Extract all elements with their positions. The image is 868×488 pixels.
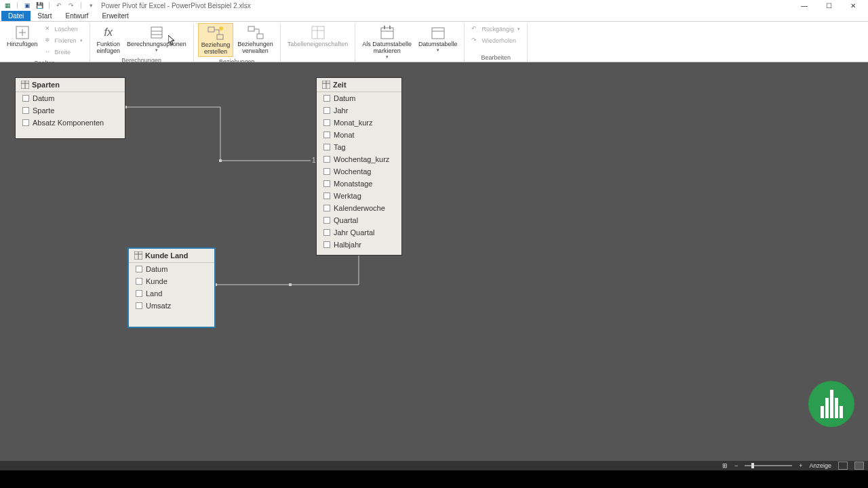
rueckgaengig-button[interactable]: ↶Rückgängig▾ <box>469 24 523 35</box>
datumstabelle-button[interactable]: Datumstabelle ▾ <box>416 23 460 54</box>
field-icon <box>323 168 330 175</box>
watermark-logo <box>808 381 854 427</box>
ribbon-tabs: Datei Start Entwurf Erweitert <box>0 11 868 22</box>
table-sparten[interactable]: Sparten Datum Sparte Absatz Komponenten <box>15 77 125 139</box>
field-icon <box>323 107 330 114</box>
minimize-button[interactable]: — <box>792 0 816 11</box>
field-zeit-9[interactable]: Kalenderwoche <box>317 202 401 214</box>
field-icon <box>22 107 29 114</box>
qat-customize-icon[interactable]: ▾ <box>86 1 96 10</box>
ribbon-group-berechnungen: fx Funktion einfügen Berechnungsoptionen… <box>90 23 194 62</box>
delete-icon: ✕ <box>45 25 53 33</box>
field-kunde-1[interactable]: Kunde <box>129 275 214 287</box>
table-kunde-land[interactable]: Kunde Land Datum Kunde Land Umsatz <box>127 247 216 328</box>
field-icon <box>136 278 142 285</box>
create-relationship-icon <box>206 25 225 41</box>
field-zeit-1[interactable]: Jahr <box>317 104 401 117</box>
field-kunde-3[interactable]: Umsatz <box>129 300 214 312</box>
manage-relationships-icon <box>246 24 265 41</box>
field-zeit-4[interactable]: Tag <box>317 141 401 153</box>
field-zeit-0[interactable]: Datum <box>317 92 401 104</box>
fit-button[interactable]: ⊞ <box>722 462 728 469</box>
table-zeit[interactable]: Zeit Datum Jahr Monat_kurz Monat Tag Woc… <box>316 77 402 256</box>
hinzufuegen-button[interactable]: Hinzufügen <box>4 23 41 49</box>
breite-button[interactable]: ↔Breite <box>42 47 85 58</box>
ribbon: Hinzufügen ✕Löschen ❄Fixieren▾ ↔Breite S… <box>0 22 868 62</box>
title-bar: ▦ ▣ 💾 ↶ ↷ ▾ Power Pivot für Excel - Powe… <box>0 0 868 11</box>
window-title: Power Pivot für Excel - PowerPivot Beisp… <box>101 2 251 9</box>
ribbon-group-bearbeiten: ↶Rückgängig▾ ↷Wiederholen Bearbeiten <box>465 23 528 62</box>
loeschen-button[interactable]: ✕Löschen <box>42 24 85 35</box>
table-header-sparten[interactable]: Sparten <box>16 78 125 92</box>
tab-start[interactable]: Start <box>31 11 58 21</box>
svg-rect-9 <box>248 26 254 31</box>
field-zeit-5[interactable]: Wochentag_kurz <box>317 153 401 165</box>
mark-date-table-icon <box>378 24 397 41</box>
zoom-in-button[interactable]: + <box>799 462 802 469</box>
beziehung-erstellen-button[interactable]: Beziehung erstellen <box>198 23 234 57</box>
wiederholen-button[interactable]: ↷Wiederholen <box>469 35 523 46</box>
date-table-icon <box>429 24 448 41</box>
field-icon <box>323 119 330 126</box>
tab-erweitert[interactable]: Erweitert <box>95 11 135 21</box>
svg-point-8 <box>219 26 223 30</box>
field-icon <box>136 290 142 297</box>
diagram-canvas[interactable]: 1 1 Sparten Datum Sparte Absatz Komponen… <box>0 62 868 461</box>
field-icon <box>323 241 330 248</box>
field-zeit-8[interactable]: Werktag <box>317 190 401 202</box>
svg-rect-14 <box>381 28 393 39</box>
maximize-button[interactable]: ☐ <box>816 0 841 11</box>
table-header-kunde-land[interactable]: Kunde Land <box>129 249 214 263</box>
diagram-view-button[interactable] <box>854 462 864 470</box>
svg-rect-11 <box>312 26 324 39</box>
freeze-icon: ❄ <box>45 37 53 45</box>
field-zeit-2[interactable]: Monat_kurz <box>317 117 401 129</box>
ribbon-group-kalender: Als Datumstabelle markieren ▾ Datumstabe… <box>355 23 465 62</box>
field-zeit-3[interactable]: Monat <box>317 129 401 141</box>
field-sparten-absatz[interactable]: Absatz Komponenten <box>16 117 125 129</box>
app-icon: ▦ <box>3 1 12 10</box>
redo-icon[interactable]: ↷ <box>66 1 76 10</box>
field-icon <box>323 131 330 138</box>
table-properties-icon <box>309 24 328 41</box>
data-view-button[interactable] <box>838 462 848 470</box>
field-sparten-sparte[interactable]: Sparte <box>16 104 125 117</box>
qat-item-1[interactable]: ▣ <box>22 1 32 10</box>
als-datumstabelle-button[interactable]: Als Datumstabelle markieren ▾ <box>359 23 414 61</box>
funktion-button[interactable]: fx Funktion einfügen <box>94 23 123 56</box>
field-icon <box>323 205 330 211</box>
field-icon <box>323 156 330 163</box>
tabelleneigenschaften-button[interactable]: Tabelleneigenschaften <box>285 23 351 49</box>
tab-entwurf[interactable]: Entwurf <box>58 11 95 21</box>
field-zeit-12[interactable]: Halbjahr <box>317 239 401 251</box>
field-icon <box>22 119 29 126</box>
close-button[interactable]: ✕ <box>841 0 865 11</box>
anzeige-label: Anzeige <box>809 462 831 469</box>
add-column-icon <box>13 24 32 41</box>
field-sparten-datum[interactable]: Datum <box>16 92 125 104</box>
field-icon <box>323 229 330 236</box>
save-icon[interactable]: 💾 <box>35 1 44 10</box>
width-icon: ↔ <box>45 48 53 56</box>
zoom-slider[interactable] <box>745 465 792 466</box>
field-icon <box>323 95 330 102</box>
fixieren-button[interactable]: ❄Fixieren▾ <box>42 35 85 46</box>
undo-icon[interactable]: ↶ <box>54 1 64 10</box>
field-kunde-2[interactable]: Land <box>129 287 214 300</box>
berechnungsoptionen-button[interactable]: Berechnungsoptionen ▾ <box>124 23 189 54</box>
field-icon <box>323 192 330 199</box>
svg-rect-17 <box>389 26 391 29</box>
svg-rect-20 <box>125 106 127 108</box>
field-kunde-0[interactable]: Datum <box>129 263 214 275</box>
svg-rect-6 <box>208 27 214 32</box>
table-header-zeit[interactable]: Zeit <box>317 78 401 92</box>
beziehungen-verwalten-button[interactable]: Beziehungen verwalten <box>235 23 276 56</box>
field-zeit-11[interactable]: Jahr Quartal <box>317 226 401 239</box>
tab-datei[interactable]: Datei <box>1 11 31 21</box>
field-zeit-10[interactable]: Quartal <box>317 214 401 226</box>
svg-rect-21 <box>219 159 222 162</box>
field-zeit-7[interactable]: Monatstage <box>317 178 401 190</box>
zoom-out-button[interactable]: − <box>734 462 738 469</box>
ribbon-group-tabelleneigenschaften: Tabelleneigenschaften <box>281 23 356 62</box>
field-zeit-6[interactable]: Wochentag <box>317 165 401 178</box>
